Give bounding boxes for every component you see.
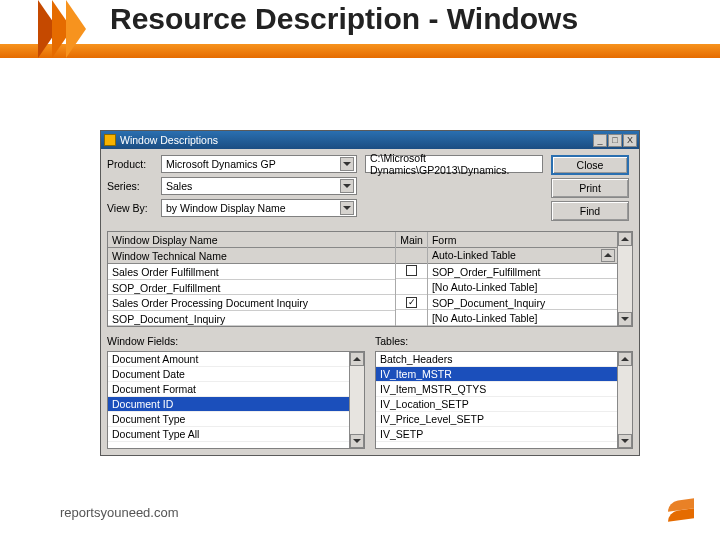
dialog-title-text: Window Descriptions: [120, 134, 218, 146]
scroll-down-icon[interactable]: [618, 312, 632, 326]
grid-cell[interactable]: SOP_Order_Fulfillment: [428, 264, 617, 280]
maximize-button[interactable]: □: [608, 134, 622, 147]
product-value: Microsoft Dynamics GP: [166, 158, 276, 170]
window-fields-list[interactable]: Document AmountDocument DateDocument For…: [108, 352, 349, 448]
col-autolinked[interactable]: Auto-Linked Table: [432, 249, 516, 261]
grid-empty-cell: [396, 279, 427, 295]
col-display-name[interactable]: Window Display Name: [108, 232, 395, 248]
footer-logo-icon: [668, 500, 694, 526]
chevron-down-icon[interactable]: [340, 201, 354, 215]
col-main[interactable]: Main: [396, 232, 427, 248]
grid-cell[interactable]: [No Auto-Linked Table]: [428, 310, 617, 326]
path-value: C:\Microsoft Dynamics\GP2013\Dynamics.: [370, 152, 540, 176]
list-item[interactable]: Document Type: [108, 412, 349, 427]
series-combo[interactable]: Sales: [161, 177, 357, 195]
product-combo[interactable]: Microsoft Dynamics GP: [161, 155, 357, 173]
view-by-value: by Window Display Name: [166, 202, 286, 214]
chevron-down-icon[interactable]: [340, 157, 354, 171]
col-main-blank: [396, 248, 427, 264]
scroll-down-icon[interactable]: [350, 434, 364, 448]
col-technical-name[interactable]: Window Technical Name: [108, 248, 395, 264]
dialog-titlebar[interactable]: Window Descriptions _ □ X: [101, 131, 639, 149]
list-item[interactable]: Document Type All: [108, 427, 349, 442]
list-item[interactable]: IV_Price_Level_SETP: [376, 412, 617, 427]
grid-scrollbar[interactable]: [617, 232, 632, 326]
grid-cell[interactable]: Sales Order Processing Document Inquiry: [108, 295, 395, 311]
slide-title: Resource Description - Windows: [110, 2, 578, 36]
tables-list[interactable]: Batch_HeadersIV_Item_MSTRIV_Item_MSTR_QT…: [376, 352, 617, 448]
list-item[interactable]: Document Format: [108, 382, 349, 397]
path-textbox[interactable]: C:\Microsoft Dynamics\GP2013\Dynamics.: [365, 155, 543, 173]
tables-label: Tables:: [375, 335, 633, 349]
list-item[interactable]: IV_Item_MSTR: [376, 367, 617, 382]
grid-cell[interactable]: SOP_Document_Inquiry: [428, 295, 617, 311]
windows-grid[interactable]: Window Display Name Window Technical Nam…: [107, 231, 633, 327]
close-button[interactable]: Close: [551, 155, 629, 175]
list-item[interactable]: IV_SETP: [376, 427, 617, 442]
series-label: Series:: [107, 180, 155, 192]
minimize-button[interactable]: _: [593, 134, 607, 147]
grid-expand-button[interactable]: [601, 249, 615, 262]
tables-scrollbar[interactable]: [617, 352, 632, 448]
product-label: Product:: [107, 158, 155, 170]
find-button[interactable]: Find: [551, 201, 629, 221]
title-chevron-decoration: [38, 0, 108, 58]
grid-empty-cell: [396, 310, 427, 326]
grid-cell[interactable]: SOP_Document_Inquiry: [108, 311, 395, 327]
window-fields-label: Window Fields:: [107, 335, 365, 349]
chevron-down-icon[interactable]: [340, 179, 354, 193]
list-item[interactable]: Document Amount: [108, 352, 349, 367]
footer-url: reportsyouneed.com: [60, 505, 179, 520]
list-item[interactable]: Document Date: [108, 367, 349, 382]
col-form[interactable]: Form: [428, 232, 617, 248]
scroll-up-icon[interactable]: [350, 352, 364, 366]
window-descriptions-dialog: Window Descriptions _ □ X Product: Micro…: [100, 130, 640, 456]
list-item[interactable]: Document ID: [108, 397, 349, 412]
main-checkbox-row1[interactable]: [406, 265, 417, 276]
list-item[interactable]: IV_Location_SETP: [376, 397, 617, 412]
view-by-combo[interactable]: by Window Display Name: [161, 199, 357, 217]
scroll-down-icon[interactable]: [618, 434, 632, 448]
view-by-label: View By:: [107, 202, 155, 214]
list-item[interactable]: IV_Item_MSTR_QTYS: [376, 382, 617, 397]
grid-cell[interactable]: Sales Order Fulfillment: [108, 264, 395, 280]
grid-cell[interactable]: SOP_Order_Fulfillment: [108, 280, 395, 296]
series-value: Sales: [166, 180, 192, 192]
fields-scrollbar[interactable]: [349, 352, 364, 448]
close-window-button[interactable]: X: [623, 134, 637, 147]
scroll-up-icon[interactable]: [618, 232, 632, 246]
main-checkbox-row2[interactable]: ✓: [406, 297, 417, 308]
scroll-up-icon[interactable]: [618, 352, 632, 366]
list-item[interactable]: Batch_Headers: [376, 352, 617, 367]
app-icon: [104, 134, 116, 146]
print-button[interactable]: Print: [551, 178, 629, 198]
grid-cell[interactable]: [No Auto-Linked Table]: [428, 279, 617, 295]
